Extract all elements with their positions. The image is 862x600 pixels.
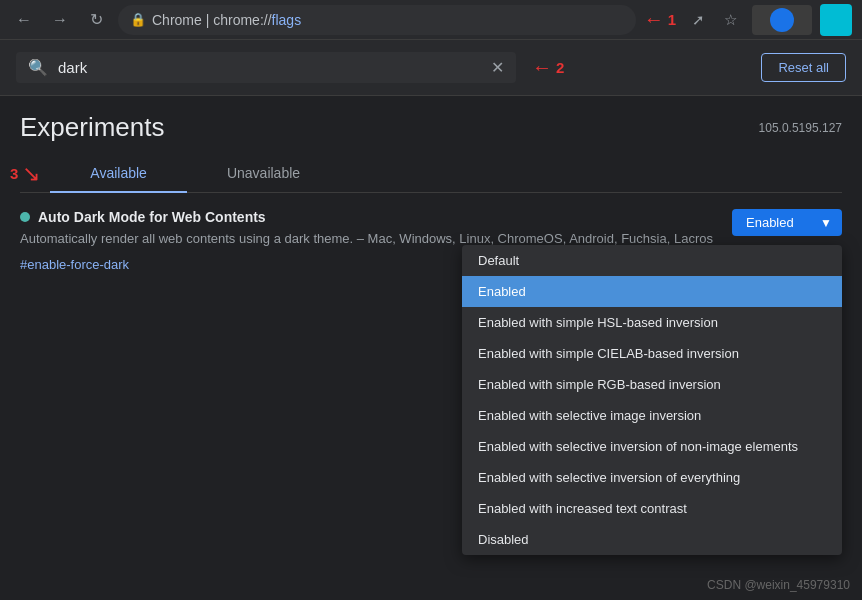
page-content: 🔍 ✕ ← 2 Reset all Experiments 105.0.5195… [0,40,862,600]
annotation-2-arrow: ← 2 [532,56,564,79]
main-content: Experiments 105.0.5195.127 3 ↘ Available… [0,96,862,273]
reset-all-button[interactable]: Reset all [761,53,846,82]
bookmark-button[interactable]: ☆ [716,6,744,34]
dropdown-option-selective-non-image[interactable]: Enabled with selective inversion of non-… [462,431,842,462]
tab-available[interactable]: Available [50,155,187,193]
dropdown-option-rgb[interactable]: Enabled with simple RGB-based inversion [462,369,842,400]
enabled-dropdown-button[interactable]: Enabled ▼ [732,209,842,236]
annotation-3: 3 ↘ [10,161,40,187]
dropdown-selected-label: Enabled [746,215,794,230]
tabs: 3 ↘ Available Unavailable [20,155,842,193]
watermark: CSDN @weixin_45979310 [707,578,850,592]
dropdown-option-selective-all[interactable]: Enabled with selective inversion of ever… [462,462,842,493]
clear-search-button[interactable]: ✕ [491,58,504,77]
version-badge: 105.0.5195.127 [759,121,842,135]
back-button[interactable]: ← [10,6,38,34]
dropdown-option-cielab[interactable]: Enabled with simple CIELAB-based inversi… [462,338,842,369]
feature-title: Auto Dark Mode for Web Contents [38,209,266,225]
experiments-header: Experiments 105.0.5195.127 [20,112,842,143]
dropdown-option-enabled[interactable]: Enabled [462,276,842,307]
search-input[interactable] [58,59,481,76]
dropdown-option-hsl[interactable]: Enabled with simple HSL-based inversion [462,307,842,338]
dropdown-option-disabled[interactable]: Disabled [462,524,842,555]
annotation-1-arrow: ← 1 [644,8,676,31]
address-bar[interactable]: 🔒 Chrome | chrome://flags [118,5,636,35]
forward-button[interactable]: → [46,6,74,34]
feature-item: Auto Dark Mode for Web Contents Automati… [20,209,842,273]
reload-button[interactable]: ↻ [82,6,110,34]
feature-row: Auto Dark Mode for Web Contents Automati… [20,209,842,273]
toolbar-icons: ➚ ☆ [684,6,744,34]
search-input-wrap: 🔍 ✕ [16,52,516,83]
address-text: Chrome | chrome://flags [152,12,301,28]
feature-dropdown-container: Enabled ▼ Default Enabled Enabled with s… [732,209,842,236]
dropdown-option-selective-image[interactable]: Enabled with selective image inversion [462,400,842,431]
search-section: 🔍 ✕ ← 2 Reset all [0,40,862,96]
feature-status-dot [20,212,30,222]
page-title: Experiments [20,112,165,143]
browser-chrome: ← → ↻ 🔒 Chrome | chrome://flags ← 1 ➚ ☆ [0,0,862,40]
share-button[interactable]: ➚ [684,6,712,34]
search-icon: 🔍 [28,58,48,77]
chevron-down-icon: ▼ [820,216,832,230]
feature-flag-link[interactable]: #enable-force-dark [20,257,129,272]
feature-title-row: Auto Dark Mode for Web Contents [20,209,732,225]
tab-unavailable[interactable]: Unavailable [187,155,340,193]
lock-icon: 🔒 [130,12,146,27]
dropdown-option-text-contrast[interactable]: Enabled with increased text contrast [462,493,842,524]
dropdown-menu: Default Enabled Enabled with simple HSL-… [462,245,842,555]
dropdown-option-default[interactable]: Default [462,245,842,276]
